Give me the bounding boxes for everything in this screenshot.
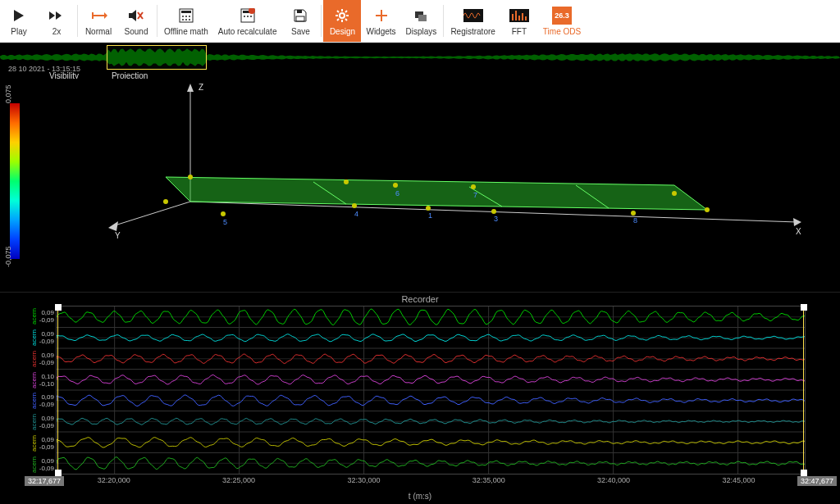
channel-range: 0,09-0,09 bbox=[39, 393, 54, 408]
svg-point-16 bbox=[189, 19, 190, 20]
channel-range: 0,10-0,10 bbox=[39, 373, 54, 388]
svg-marker-5 bbox=[104, 12, 107, 19]
node-1-label: 1 bbox=[428, 211, 432, 220]
recorder-xlabel: t (m:s) bbox=[0, 492, 840, 501]
recorder-xtick: 32:20,000 bbox=[98, 476, 130, 484]
fft-button[interactable]: FFT bbox=[500, 0, 538, 42]
channel-range: 0,09-0,09 bbox=[39, 352, 54, 366]
svg-point-25 bbox=[340, 13, 345, 18]
svg-point-58 bbox=[344, 179, 349, 184]
svg-point-12 bbox=[185, 16, 187, 17]
displays-button[interactable]: Displays bbox=[401, 0, 442, 42]
channel-name: acern bbox=[31, 372, 38, 388]
svg-marker-50 bbox=[108, 221, 118, 231]
recorder-cursor-left[interactable] bbox=[57, 306, 58, 474]
recorder-tend: 32:47,677 bbox=[797, 476, 837, 486]
design-button[interactable]: Design bbox=[323, 0, 361, 42]
overview-timeline[interactable]: 28 10 2021 - 13:15:15 Visibility Project… bbox=[0, 43, 840, 79]
time-ods-button[interactable]: 26.3 Time ODS bbox=[538, 0, 586, 42]
auto-recalc-button[interactable]: Auto recalculate bbox=[213, 0, 282, 42]
channel-name: acern bbox=[31, 456, 38, 473]
svg-point-15 bbox=[185, 19, 187, 20]
recorder-xtick: 32:25,000 bbox=[222, 476, 255, 484]
axis-x-label: X bbox=[796, 227, 801, 236]
recorder-title: Recorder bbox=[0, 294, 840, 304]
svg-rect-23 bbox=[297, 10, 302, 13]
auto-recalc-icon bbox=[240, 7, 255, 25]
svg-point-21 bbox=[250, 16, 252, 17]
sound-button[interactable]: Sound bbox=[117, 0, 155, 42]
time-ods-icon: 26.3 bbox=[552, 7, 572, 25]
svg-point-60 bbox=[393, 183, 398, 188]
recorder-cursor-right[interactable] bbox=[803, 306, 804, 474]
node-6-label: 6 bbox=[395, 189, 399, 198]
axis-y-label: Y bbox=[115, 231, 121, 240]
node-7-label: 7 bbox=[473, 191, 477, 199]
normal-button[interactable]: Normal bbox=[80, 0, 117, 42]
svg-marker-2 bbox=[56, 11, 62, 20]
speed-label: 2x bbox=[52, 27, 62, 36]
recorder-panel: Recorder acern0,09-0,09acern0,09-0,09ace… bbox=[0, 292, 840, 502]
svg-rect-24 bbox=[296, 16, 304, 21]
speed-button[interactable]: 2x bbox=[38, 0, 75, 42]
colorbar bbox=[10, 103, 20, 259]
recorder-xtick: 32:40,000 bbox=[597, 476, 630, 484]
offline-math-label: Offline math bbox=[164, 27, 208, 36]
svg-point-56 bbox=[188, 175, 193, 179]
play-label: Play bbox=[11, 27, 26, 36]
save-icon bbox=[293, 7, 308, 25]
svg-marker-6 bbox=[129, 10, 136, 21]
widgets-button[interactable]: Widgets bbox=[361, 0, 400, 42]
channel-range: 0,09-0,09 bbox=[39, 457, 54, 472]
displays-label: Displays bbox=[406, 27, 437, 36]
channel-range: 0,09-0,09 bbox=[39, 330, 54, 345]
fft-icon bbox=[509, 7, 529, 25]
registratore-button[interactable]: Registratore bbox=[445, 0, 500, 42]
recorder-channel-label: acern0,09-0,09 bbox=[0, 306, 54, 327]
axes-3d: Z X Y bbox=[98, 79, 824, 292]
svg-marker-46 bbox=[187, 84, 194, 92]
channel-range: 0,09-0,09 bbox=[39, 309, 54, 324]
auto-recalc-label: Auto recalculate bbox=[218, 27, 277, 36]
svg-marker-51 bbox=[166, 177, 707, 210]
svg-rect-41 bbox=[515, 11, 517, 20]
timeline-selection[interactable] bbox=[107, 45, 207, 70]
normal-icon bbox=[89, 7, 107, 25]
svg-point-64 bbox=[631, 211, 636, 216]
axis-z-label: Z bbox=[199, 83, 203, 92]
sound-label: Sound bbox=[125, 27, 148, 36]
calculator-icon bbox=[179, 7, 194, 25]
recorder-channel-label: acern0,09-0,09 bbox=[0, 327, 54, 348]
play-button[interactable]: Play bbox=[0, 0, 38, 42]
toolbar-separator bbox=[443, 5, 444, 37]
normal-label: Normal bbox=[85, 27, 112, 36]
recorder-channel-label: acern0,09-0,09 bbox=[0, 348, 54, 370]
recorder-plot[interactable] bbox=[56, 306, 806, 474]
recorder-channel-label: acern0,09-0,09 bbox=[0, 433, 54, 454]
recorder-channel-label: acern0,10-0,10 bbox=[0, 370, 54, 391]
colorbar-min: -0,075 bbox=[4, 246, 12, 267]
svg-point-57 bbox=[221, 211, 226, 216]
save-label: Save bbox=[291, 27, 310, 36]
svg-point-65 bbox=[672, 191, 677, 196]
svg-point-11 bbox=[182, 16, 184, 17]
svg-rect-40 bbox=[512, 14, 514, 20]
colorbar-max: 0,075 bbox=[4, 84, 12, 103]
svg-marker-1 bbox=[49, 11, 55, 20]
node-4-label: 4 bbox=[354, 210, 358, 218]
save-button[interactable]: Save bbox=[281, 0, 319, 42]
svg-point-19 bbox=[244, 16, 245, 17]
recorder-tstart: 32:17,677 bbox=[25, 476, 64, 486]
svg-marker-48 bbox=[793, 218, 801, 226]
ods-3d-view[interactable]: 0,075 -0,075 Z X Y bbox=[0, 79, 840, 292]
channel-name: acern bbox=[31, 414, 38, 430]
recorder-channel-label: acern0,09-0,09 bbox=[0, 411, 54, 433]
offline-math-button[interactable]: Offline math bbox=[159, 0, 213, 42]
svg-rect-43 bbox=[522, 13, 523, 20]
node-5-label: 5 bbox=[223, 218, 227, 226]
channel-name: acern bbox=[31, 393, 38, 409]
displays-icon bbox=[413, 7, 428, 25]
recorder-xtick: 32:35,000 bbox=[472, 476, 505, 484]
recorder-channel-label: acern0,09-0,09 bbox=[0, 391, 54, 412]
channel-name: acern bbox=[31, 329, 38, 346]
